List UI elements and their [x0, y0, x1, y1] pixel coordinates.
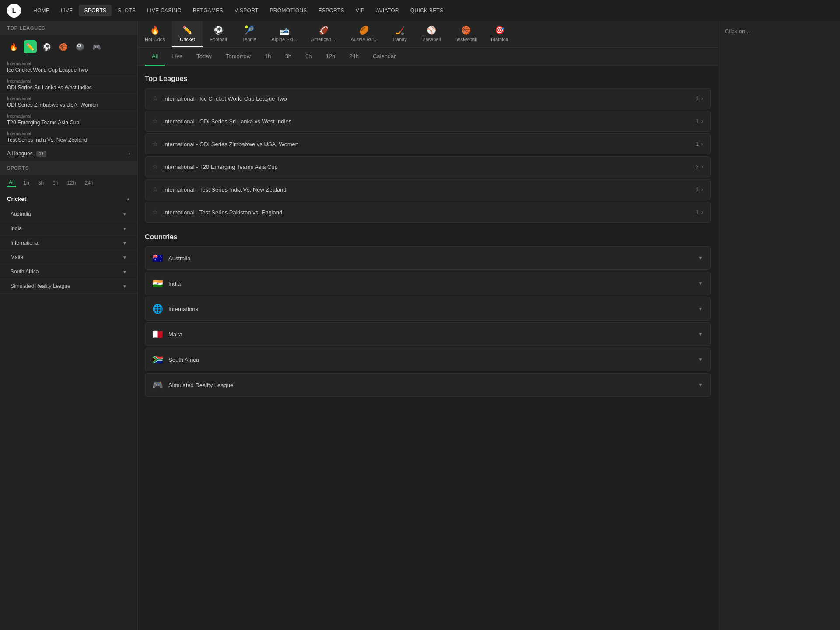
- sidebar-sport-icon-cricket[interactable]: ✏️: [24, 40, 37, 53]
- sidebar-league-label: International: [7, 79, 130, 84]
- main-league-row[interactable]: ☆ International - Icc Cricket World Cup …: [145, 88, 710, 109]
- nav-item-esports[interactable]: ESPORTS: [313, 5, 350, 16]
- sport-tab-biathlon[interactable]: 🎯 Biathlon: [484, 21, 515, 47]
- sidebar-league-label: International: [7, 114, 130, 119]
- sidebar-sport-icon-esports[interactable]: 🎮: [90, 40, 103, 53]
- country-row-india[interactable]: 🇮🇳 India ▼: [145, 272, 710, 295]
- country-row-international[interactable]: 🌐 International ▼: [145, 297, 710, 321]
- sport-tab-icon-american-football: 🏈: [319, 25, 329, 35]
- sidebar-sport-icon-billiards[interactable]: 🎱: [74, 40, 87, 53]
- main-league-row-name: International - Icc Cricket World Cup Le…: [163, 95, 696, 102]
- country-row-malta[interactable]: 🇲🇹 Malta ▼: [145, 322, 710, 346]
- sidebar-subcategory-label: International: [10, 240, 39, 246]
- sport-tab-bandy[interactable]: 🏒 Bandy: [385, 21, 415, 47]
- sidebar-subcategory-label: Simulated Reality League: [10, 283, 70, 289]
- sidebar-time-filter-3h[interactable]: 3h: [36, 179, 46, 187]
- sport-tab-cricket[interactable]: ✏️ Cricket: [172, 21, 203, 47]
- sidebar-league-item[interactable]: International Icc Cricket World Cup Leag…: [0, 59, 137, 76]
- country-chevron-icon: ▼: [698, 306, 703, 312]
- nav-item-slots[interactable]: SLOTS: [112, 5, 141, 16]
- star-icon[interactable]: ☆: [152, 117, 158, 125]
- time-tab-today[interactable]: Today: [189, 48, 219, 66]
- main-league-row-name: International - ODI Series Sri Lanka vs …: [163, 118, 696, 125]
- star-icon[interactable]: ☆: [152, 186, 158, 193]
- sidebar-time-filter-24h[interactable]: 24h: [83, 179, 95, 187]
- country-row-australia[interactable]: 🇦🇺 Australia ▼: [145, 246, 710, 270]
- sidebar-subcategory-header-south-africa[interactable]: South Africa▼: [0, 265, 137, 279]
- sidebar-subcategory-chevron: ▼: [122, 212, 127, 217]
- logo: L: [7, 4, 21, 18]
- main-league-row[interactable]: ☆ International - ODI Series Sri Lanka v…: [145, 111, 710, 132]
- sport-tab-american-football[interactable]: 🏈 American ...: [304, 21, 344, 47]
- sidebar-subcategory-header-international[interactable]: International▼: [0, 236, 137, 250]
- sport-tab-baseball[interactable]: ⚾ Baseball: [415, 21, 448, 47]
- sidebar-time-filter-12h[interactable]: 12h: [65, 179, 77, 187]
- time-tab-all[interactable]: All: [145, 48, 165, 66]
- main-league-row[interactable]: ☆ International - ODI Series Zimbabwe vs…: [145, 133, 710, 154]
- sidebar-league-item[interactable]: International ODI Series Zimbabwe vs USA…: [0, 94, 137, 111]
- sidebar-time-filter-6h[interactable]: 6h: [51, 179, 60, 187]
- nav-item-quick-bets[interactable]: QUICK BETS: [405, 5, 449, 16]
- country-row-south-africa[interactable]: 🇿🇦 South Africa ▼: [145, 348, 710, 371]
- all-leagues-row[interactable]: All leagues 17 ›: [0, 146, 137, 161]
- star-icon[interactable]: ☆: [152, 94, 158, 102]
- sidebar-category-header-cricket[interactable]: Cricket▲: [0, 191, 137, 207]
- nav-item-live[interactable]: LIVE: [56, 5, 78, 16]
- sidebar-category-label: Cricket: [7, 196, 26, 202]
- nav-item-v-sport[interactable]: V-SPORT: [229, 5, 264, 16]
- sidebar-subcategory-header-australia[interactable]: Australia▼: [0, 207, 137, 221]
- country-flag: 🇦🇺: [152, 253, 163, 263]
- top-leagues-header: TOP LEAGUES: [0, 21, 137, 35]
- sport-tab-football[interactable]: ⚽ Football: [203, 21, 234, 47]
- sidebar-league-item[interactable]: International Test Series India Vs. New …: [0, 129, 137, 146]
- sport-tab-label-football: Football: [210, 37, 227, 42]
- star-icon[interactable]: ☆: [152, 163, 158, 171]
- nav-item-home[interactable]: HOME: [28, 5, 55, 16]
- time-tab-6h[interactable]: 6h: [298, 48, 318, 66]
- sport-tab-hot-odds[interactable]: 🔥 Hot Odds: [138, 21, 172, 47]
- sidebar-subcategory-header-india[interactable]: India▼: [0, 221, 137, 235]
- sport-tab-aussie-rules[interactable]: 🏉 Aussie Rul...: [343, 21, 385, 47]
- time-tab-live[interactable]: Live: [165, 48, 189, 66]
- country-flag: 🌐: [152, 304, 163, 314]
- main-league-row-count: 1: [696, 95, 699, 102]
- country-chevron-icon: ▼: [698, 255, 703, 261]
- sidebar-sport-icon-soccer[interactable]: ⚽: [40, 40, 53, 53]
- sidebar-subcategory-header-simulated-reality-league[interactable]: Simulated Reality League▼: [0, 279, 137, 293]
- star-icon[interactable]: ☆: [152, 140, 158, 148]
- time-tab-24h[interactable]: 24h: [342, 48, 366, 66]
- time-tab-1h[interactable]: 1h: [258, 48, 278, 66]
- star-icon[interactable]: ☆: [152, 208, 158, 216]
- nav-item-aviator[interactable]: AVIATOR: [371, 5, 404, 16]
- sport-tab-alpine[interactable]: 🎿 Alpine Ski...: [265, 21, 304, 47]
- nav-item-promotions[interactable]: PROMOTIONS: [265, 5, 312, 16]
- country-chevron-icon: ▼: [698, 331, 703, 337]
- main-league-row[interactable]: ☆ International - Test Series India Vs. …: [145, 179, 710, 200]
- time-tab-3h[interactable]: 3h: [278, 48, 298, 66]
- country-flag: 🇲🇹: [152, 329, 163, 340]
- sidebar-sport-icon-hot[interactable]: 🔥: [7, 40, 20, 53]
- time-tab-12h[interactable]: 12h: [319, 48, 343, 66]
- country-row-simulated-reality-league[interactable]: 🎮 Simulated Reality League ▼: [145, 373, 710, 397]
- sidebar-subcategory-international: International▼: [0, 236, 137, 250]
- nav-item-vip[interactable]: VIP: [350, 5, 370, 16]
- sidebar-time-filter-1h[interactable]: 1h: [21, 179, 31, 187]
- sport-tab-label-bandy: Bandy: [393, 37, 407, 42]
- main-league-row[interactable]: ☆ International - T20 Emerging Teams Asi…: [145, 156, 710, 177]
- main-league-row-arrow-icon: ›: [701, 186, 703, 192]
- sport-tab-label-tennis: Tennis: [242, 37, 256, 42]
- sidebar-subcategory-header-malta[interactable]: Malta▼: [0, 250, 137, 264]
- time-tab-calendar[interactable]: Calendar: [366, 48, 403, 66]
- sport-tab-basketball[interactable]: 🏀 Basketball: [448, 21, 484, 47]
- time-tab-tomorrow[interactable]: Tomorrow: [219, 48, 258, 66]
- sidebar-time-filter-all[interactable]: All: [7, 178, 16, 187]
- nav-item-sports[interactable]: SPORTS: [79, 5, 112, 16]
- nav-item-betgames[interactable]: BETGAMES: [188, 5, 228, 16]
- nav-item-live-casino[interactable]: LIVE CASINO: [142, 5, 187, 16]
- sidebar-league-item[interactable]: International T20 Emerging Teams Asia Cu…: [0, 111, 137, 129]
- sidebar-league-label: International: [7, 131, 130, 136]
- sport-tab-tennis[interactable]: 🎾 Tennis: [234, 21, 265, 47]
- sidebar-sport-icon-basketball[interactable]: 🏀: [57, 40, 70, 53]
- main-league-row[interactable]: ☆ International - Test Series Pakistan v…: [145, 202, 710, 223]
- sidebar-league-item[interactable]: International ODI Series Sri Lanka vs We…: [0, 76, 137, 94]
